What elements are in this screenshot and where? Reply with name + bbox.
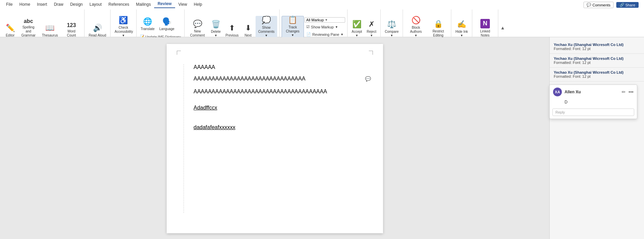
linked-notes-label: Linked Notes bbox=[476, 29, 494, 38]
tab-file[interactable]: File bbox=[3, 1, 16, 8]
comments-button[interactable]: 💬 Comments bbox=[583, 2, 613, 8]
show-comments-icon: 💭 bbox=[262, 16, 271, 25]
compare-items: ⚖️ Compare ▼ bbox=[383, 9, 401, 40]
accept-button[interactable]: ✅ Accept ▼ bbox=[350, 16, 364, 39]
accept-label: Accept bbox=[352, 30, 362, 34]
doc-text-5[interactable]: dadafafeafxxxxxx bbox=[194, 124, 236, 130]
read-aloud-icon: 🔊 bbox=[93, 24, 102, 32]
track-changes-button[interactable]: 📋 Track Changes ▼ bbox=[282, 16, 304, 39]
next-button[interactable]: ⬇ Next bbox=[241, 16, 255, 39]
comment-header: XA Allen Xu ✏ ••• bbox=[550, 85, 637, 99]
reviewing-pane-button[interactable]: 📄 Reviewing Pane ▼ bbox=[305, 31, 345, 38]
share-icon: 🔗 bbox=[620, 3, 624, 7]
comment-balloon-icon[interactable]: 💬 bbox=[365, 76, 371, 81]
show-comments-label: Show Comments bbox=[258, 26, 275, 34]
reject-label: Reject bbox=[367, 30, 376, 34]
tab-view[interactable]: View bbox=[175, 1, 191, 8]
reviewing-pane-icon: 📄 bbox=[306, 32, 311, 37]
doc-line-3: AAAAAAAAAAAAAAAAAAAAAAAAAAAAAAAAAAAAA bbox=[194, 89, 363, 95]
document-area: AAAAAA AAAAAAAAAAAAAAAAAAAAAAAAAAAAAAA 💬… bbox=[0, 37, 549, 239]
doc-text-4[interactable]: Adadffccx bbox=[194, 105, 217, 111]
tracking-author-1: Yechao Xu (Shanghai Wicresoft Co Ltd) bbox=[554, 56, 640, 61]
compare-label: Compare bbox=[385, 30, 399, 34]
speech-items: 🔊 Read Aloud bbox=[87, 9, 108, 40]
doc-text-3[interactable]: AAAAAAAAAAAAAAAAAAAAAAAAAAAAAAAAAAAAA bbox=[194, 89, 327, 94]
tab-insert[interactable]: Insert bbox=[33, 1, 50, 8]
language-label: Language bbox=[159, 27, 174, 31]
doc-text-2[interactable]: AAAAAAAAAAAAAAAAAAAAAAAAAAAAAAA bbox=[194, 76, 306, 81]
all-markup-dropdown[interactable]: All Markup ▼ bbox=[305, 17, 345, 23]
tab-mailings[interactable]: Mailings bbox=[133, 1, 154, 8]
tracking-change-1: Formatted: Font: 12 pt bbox=[554, 61, 640, 65]
language-button[interactable]: 🗣️ Language bbox=[157, 9, 176, 32]
ribbon-tabs: File Home Insert Draw Design Layout Refe… bbox=[0, 0, 644, 8]
track-changes-icon: 📋 bbox=[288, 16, 297, 24]
reject-icon: ✗ bbox=[368, 20, 375, 29]
track-changes-chevron: ▼ bbox=[291, 33, 294, 37]
tab-review[interactable]: Review bbox=[154, 0, 175, 8]
comments-label: Comments bbox=[592, 3, 610, 7]
delete-label: Delete bbox=[211, 30, 221, 34]
doc-text-1[interactable]: AAAAAA bbox=[194, 64, 215, 70]
tab-layout[interactable]: Layout bbox=[86, 1, 105, 8]
read-aloud-button[interactable]: 🔊 Read Aloud bbox=[87, 16, 108, 39]
new-comment-button[interactable]: 💬 New Comment bbox=[187, 16, 208, 39]
document-scroll[interactable]: AAAAAA AAAAAAAAAAAAAAAAAAAAAAAAAAAAAAA 💬… bbox=[0, 37, 549, 239]
show-markup-button[interactable]: ☑ Show Markup ▼ bbox=[305, 24, 345, 30]
tab-references[interactable]: References bbox=[105, 1, 133, 8]
comment-reply-input[interactable]: Reply bbox=[552, 109, 634, 116]
word-count-icon: 123 bbox=[67, 22, 76, 28]
hide-ink-button[interactable]: ✍️ Hide Ink ▼ bbox=[453, 16, 470, 39]
ink-items: ✍️ Hide Ink ▼ bbox=[453, 9, 470, 40]
show-comments-button[interactable]: 💭 Show Comments ▼ bbox=[256, 16, 277, 39]
document-page: AAAAAA AAAAAAAAAAAAAAAAAAAAAAAAAAAAAAA 💬… bbox=[167, 44, 383, 233]
comment-body: D bbox=[550, 99, 637, 107]
spelling-label: Spelling and Grammar bbox=[20, 25, 37, 38]
tab-design[interactable]: Design bbox=[67, 1, 86, 8]
restrict-editing-icon: 🔒 bbox=[434, 20, 443, 28]
translate-label: Translate bbox=[141, 27, 154, 31]
comment-popup: XA Allen Xu ✏ ••• D Reply bbox=[549, 85, 637, 119]
tracking-change-0: Formatted: Font: 12 pt bbox=[554, 47, 640, 51]
all-markup-label: All Markup bbox=[306, 18, 324, 22]
compare-button[interactable]: ⚖️ Compare ▼ bbox=[383, 16, 401, 39]
compare-icon: ⚖️ bbox=[387, 20, 396, 29]
tab-draw[interactable]: Draw bbox=[50, 1, 67, 8]
new-comment-icon: 💬 bbox=[193, 20, 202, 28]
reviewing-pane-label: Reviewing Pane bbox=[312, 32, 339, 37]
doc-line-2: AAAAAAAAAAAAAAAAAAAAAAAAAAAAAAA 💬 bbox=[194, 76, 363, 82]
comment-edit-button[interactable]: ✏ bbox=[622, 89, 626, 95]
delete-button[interactable]: 🗑️ Delete ▼ bbox=[209, 16, 223, 39]
previous-button[interactable]: ⬆ Previous bbox=[223, 16, 241, 39]
language-items: 🌐 Translate 🗣️ Language bbox=[139, 9, 176, 34]
comment-reply-placeholder: Reply bbox=[555, 110, 565, 114]
reject-button[interactable]: ✗ Reject ▼ bbox=[365, 16, 378, 39]
ribbon: File Home Insert Draw Design Layout Refe… bbox=[0, 0, 644, 37]
comment-more-button[interactable]: ••• bbox=[628, 89, 634, 95]
share-label: Share bbox=[625, 3, 635, 7]
hide-ink-icon: ✍️ bbox=[457, 20, 466, 29]
word-count-button[interactable]: 123 Word Count bbox=[61, 16, 82, 39]
delete-icon: 🗑️ bbox=[211, 20, 220, 29]
translate-button[interactable]: 🌐 Translate bbox=[139, 9, 157, 32]
spelling-icon: abc bbox=[24, 18, 33, 24]
thesaurus-button[interactable]: 📖 Thesaurus bbox=[40, 16, 60, 39]
tab-help[interactable]: Help bbox=[190, 1, 206, 8]
block-authors-button[interactable]: 🚫 Block Authors ▼ bbox=[405, 16, 427, 39]
tracking-sidebar: Yechao Xu (Shanghai Wicresoft Co Ltd) Fo… bbox=[549, 37, 644, 239]
spelling-grammar-button[interactable]: abc Spelling and Grammar bbox=[18, 16, 39, 39]
share-button[interactable]: 🔗 Share bbox=[616, 2, 639, 8]
tab-home[interactable]: Home bbox=[16, 1, 33, 8]
translate-icon: 🌐 bbox=[143, 17, 152, 26]
thesaurus-icon: 📖 bbox=[45, 24, 54, 32]
editor-button[interactable]: ✏️ Editor bbox=[3, 16, 17, 39]
next-icon: ⬇ bbox=[245, 24, 251, 32]
check-accessibility-button[interactable]: ♿ Check Accessibility ▼ bbox=[113, 16, 134, 39]
changes-items: ✅ Accept ▼ ✗ Reject ▼ bbox=[350, 9, 378, 40]
linked-notes-button[interactable]: N Linked Notes bbox=[474, 16, 496, 39]
restrict-editing-button[interactable]: 🔒 Restrict Editing bbox=[427, 16, 449, 39]
previous-icon: ⬆ bbox=[229, 24, 235, 32]
onenote-items: N Linked Notes bbox=[474, 9, 496, 40]
protect-items: 🚫 Block Authors ▼ 🔒 Restrict Editing bbox=[405, 9, 449, 40]
left-margin-indicator bbox=[184, 64, 184, 213]
